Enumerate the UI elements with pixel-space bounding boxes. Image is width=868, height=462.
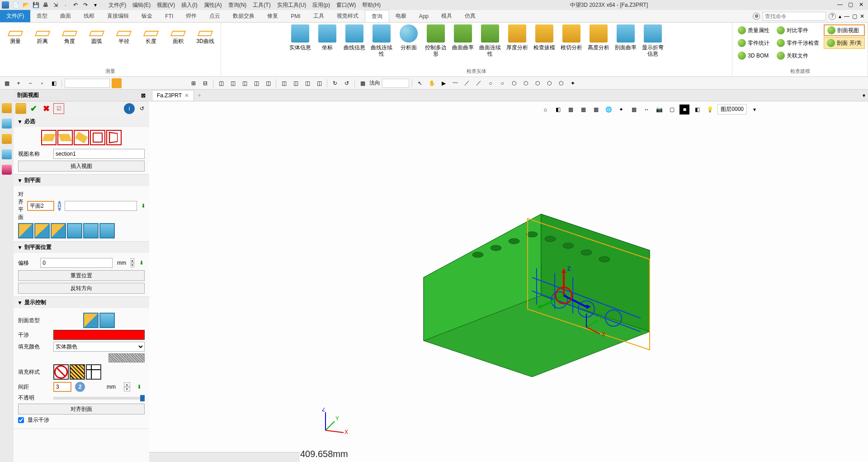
tb-b-icon[interactable]: ⊟ bbox=[200, 78, 210, 88]
reset-icon[interactable]: ↺ bbox=[137, 103, 147, 114]
compare-parts-button[interactable]: 对比零件 bbox=[774, 24, 822, 36]
tb-k-icon[interactable]: ◫ bbox=[314, 78, 324, 88]
vt-home-icon[interactable]: ⌂ bbox=[540, 105, 550, 114]
command-search-input[interactable] bbox=[763, 12, 826, 21]
document-tab-add-icon[interactable]: ＋ bbox=[197, 91, 205, 100]
rail-btn-3[interactable] bbox=[2, 134, 12, 144]
align-plane-picker-icon[interactable]: ⬇ bbox=[141, 200, 146, 211]
viewport[interactable]: ⌂ ◧ ▦ ▦ ▦ 🌐 ✦ ▦ ↔ 📷 ▢ ■ ◧ 💡 图层0000 ▾ bbox=[149, 101, 868, 462]
qat-undo-icon[interactable]: ↶ bbox=[71, 1, 80, 9]
mass-properties-button[interactable]: 质量属性 bbox=[735, 24, 772, 36]
area-button[interactable]: 面积 bbox=[165, 24, 191, 44]
curveinfo-button[interactable]: 曲线信息 bbox=[342, 24, 367, 51]
fill-color-select[interactable]: 实体颜色 bbox=[53, 342, 145, 352]
tb-l-icon[interactable]: ↻ bbox=[330, 78, 340, 88]
plane-preset-6[interactable] bbox=[99, 223, 115, 238]
ribbon-tab-visualstyle[interactable]: 视觉样式 bbox=[330, 10, 365, 22]
rail-btn-5[interactable] bbox=[2, 165, 12, 175]
tb-sketch6-icon[interactable]: ⬡ bbox=[509, 78, 519, 88]
section-required-head[interactable]: ▼ 必选 bbox=[14, 116, 149, 127]
info-icon[interactable]: i bbox=[124, 103, 135, 114]
vt-layer-dropdown-icon[interactable]: ▾ bbox=[750, 105, 760, 114]
document-tab-close-icon[interactable]: ✕ bbox=[184, 92, 189, 99]
tb-d-icon[interactable]: ◫ bbox=[228, 78, 238, 88]
offset-picker-icon[interactable]: ⬇ bbox=[138, 257, 145, 268]
tb-play-icon[interactable]: ▶ bbox=[439, 78, 448, 88]
tb-cube-icon[interactable]: ◧ bbox=[49, 78, 59, 88]
ribbon-tab-pmi[interactable]: PMI bbox=[284, 10, 307, 22]
tb-sketch11-icon[interactable]: ✦ bbox=[568, 78, 578, 88]
distance-button[interactable]: 距离 bbox=[30, 24, 55, 44]
ribbon-tab-surface[interactable]: 曲面 bbox=[54, 10, 77, 22]
tb-sketch10-icon[interactable]: ⬡ bbox=[556, 78, 566, 88]
vt-sq1-icon[interactable]: ▢ bbox=[667, 105, 677, 114]
tb-filter-input[interactable] bbox=[65, 79, 110, 88]
offset-input[interactable] bbox=[40, 258, 113, 268]
apply-button[interactable]: ☑ bbox=[53, 103, 64, 114]
coord-button[interactable]: 坐标 bbox=[315, 24, 340, 51]
document-tab[interactable]: Fa.Z3PRT ✕ bbox=[152, 90, 194, 100]
height-button[interactable]: 高度分析 bbox=[586, 24, 611, 51]
plane-preset-5[interactable] bbox=[83, 223, 99, 238]
view-name-input[interactable] bbox=[53, 149, 145, 159]
section-type-2[interactable] bbox=[57, 130, 73, 145]
qat-dropdown-icon[interactable]: ▾ bbox=[91, 1, 99, 9]
vt-layer-icon[interactable]: ◧ bbox=[692, 105, 702, 114]
ribbon-close-icon[interactable]: ✕ bbox=[860, 13, 864, 19]
spacing-spinner[interactable]: ▴▾ bbox=[124, 382, 130, 391]
vt-globe-icon[interactable]: 🌐 bbox=[604, 105, 613, 114]
interfere-color-swatch[interactable] bbox=[53, 330, 145, 340]
ribbon-tab-weld[interactable]: 焊件 bbox=[179, 10, 203, 22]
layer-selector[interactable]: 图层0000 bbox=[717, 104, 747, 114]
menu-file[interactable]: 文件(F) bbox=[108, 1, 126, 9]
tb-filter-icon[interactable]: + bbox=[14, 78, 24, 88]
menu-tools[interactable]: 工具(T) bbox=[253, 1, 270, 9]
qat-save-icon[interactable]: 💾 bbox=[32, 1, 40, 9]
menu-view[interactable]: 视图(V) bbox=[157, 1, 175, 9]
vt-cube3-icon[interactable]: ▦ bbox=[591, 105, 601, 114]
ribbon-restore-icon[interactable]: ▢ bbox=[852, 13, 857, 19]
angle-button[interactable]: 角度 bbox=[57, 24, 82, 44]
ribbon-tab-wireframe[interactable]: 线框 bbox=[77, 10, 101, 22]
tb-sketch3-icon[interactable]: ／ bbox=[474, 78, 484, 88]
tb-sketch1-icon[interactable]: 〰 bbox=[450, 78, 460, 88]
qat-export-icon[interactable]: ⇲ bbox=[52, 1, 60, 9]
section-toggle-button[interactable]: 剖面 开/关 bbox=[824, 37, 865, 49]
vt-grid-icon[interactable]: ▦ bbox=[629, 105, 639, 114]
help-icon[interactable]: ? bbox=[829, 13, 836, 20]
qat-new-icon[interactable]: 📄 bbox=[12, 1, 20, 9]
ribbon-collapse-icon[interactable]: ▴ bbox=[839, 13, 841, 19]
menu-window[interactable]: 窗口(W) bbox=[336, 1, 356, 9]
document-tabs-menu-icon[interactable]: ▾ bbox=[863, 92, 865, 99]
section-type-1[interactable] bbox=[41, 130, 57, 145]
entityinfo-button[interactable]: 实体信息 bbox=[288, 24, 313, 51]
ribbon-tab-simulation[interactable]: 仿真 bbox=[458, 10, 482, 22]
draft-button[interactable]: 检查拔模 bbox=[532, 24, 557, 51]
plane-preset-1[interactable] bbox=[18, 223, 33, 238]
curve3d-button[interactable]: 3D曲线 bbox=[193, 24, 218, 44]
align-plane-input[interactable] bbox=[27, 201, 54, 211]
tb-e-icon[interactable]: ◫ bbox=[240, 78, 250, 88]
panel-cube-icon[interactable] bbox=[15, 103, 26, 114]
reset-position-button[interactable]: 重置位置 bbox=[18, 270, 145, 281]
direction-input[interactable] bbox=[382, 79, 409, 88]
radius-button[interactable]: 半径 bbox=[111, 24, 137, 44]
rail-btn-1[interactable] bbox=[2, 103, 12, 113]
tb-hand-icon[interactable]: ✋ bbox=[427, 78, 437, 88]
menu-attribute[interactable]: 属性(A) bbox=[204, 1, 222, 9]
ctrlpoly-button[interactable]: 控制多边形 bbox=[423, 24, 448, 57]
analyzesurf-button[interactable]: 分析面 bbox=[396, 24, 421, 51]
close-icon[interactable]: ✕ bbox=[859, 1, 866, 9]
vt-cam-icon[interactable]: 📷 bbox=[654, 105, 664, 114]
tb-sketch5-icon[interactable]: ○ bbox=[497, 78, 507, 88]
interference-check-button[interactable]: 零件干涉检查 bbox=[774, 37, 822, 49]
align-section-button[interactable]: 对齐剖面 bbox=[18, 404, 145, 414]
ribbon-tab-app[interactable]: App bbox=[413, 10, 435, 22]
vt-dim-icon[interactable]: ↔ bbox=[642, 105, 651, 114]
vt-cube2-icon[interactable]: ▦ bbox=[578, 105, 588, 114]
tb-sketch2-icon[interactable]: ／ bbox=[462, 78, 472, 88]
menu-apps[interactable]: 应用(p) bbox=[312, 1, 330, 9]
bom3d-button[interactable]: 3D BOM bbox=[735, 50, 772, 62]
ribbon-tab-file[interactable]: 文件(F) bbox=[0, 10, 30, 22]
curvecont-button[interactable]: 曲线连续性 bbox=[369, 24, 394, 57]
